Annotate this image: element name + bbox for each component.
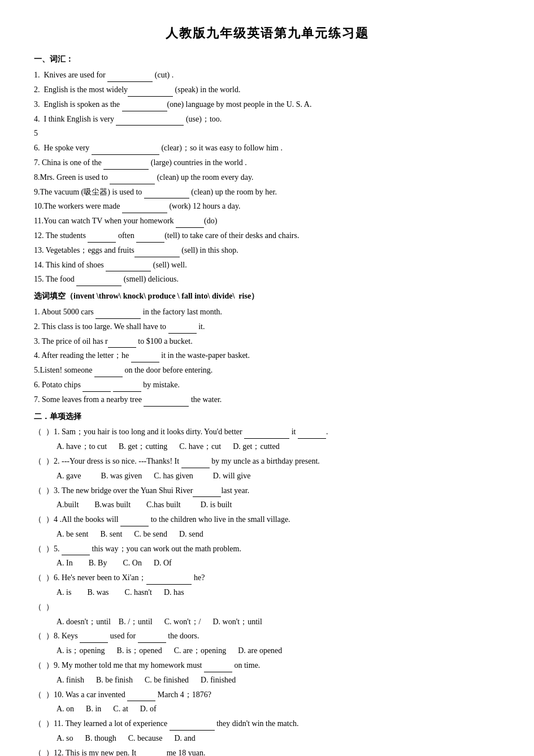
page-title: 人教版九年级英语第九单元练习题 — [34, 23, 500, 44]
mc-q6-stem: （ ）6. He's never been to Xi'an； he? — [34, 571, 500, 585]
mc-q2-options: A. gave B. was given C. has given D. wil… — [57, 469, 500, 483]
mc-q6: （ ）6. He's never been to Xi'an； he? A. i… — [34, 571, 500, 599]
mc-q1-stem: （ ）1. Sam；you hair is too long and it lo… — [34, 425, 500, 439]
mc-q7-options: A. doesn't；until B. /；until C. won't；/ D… — [57, 615, 500, 629]
mc-q11-options: A. so B. though C. because D. and — [57, 732, 500, 745]
mc-q7-stem: （ ） — [34, 601, 500, 614]
mc-q1-options: A. have；to cut B. get；cutting C. have；cu… — [57, 440, 500, 453]
mc-q12-stem: （ ）12. This is my new pen. It me 18 yuan… — [34, 746, 500, 756]
q1-8: 8.Mrs. Green is used to (clean) up the r… — [34, 171, 500, 184]
mc-q6-options: A. is B. was C. hasn't D. has — [57, 586, 500, 599]
mc-q4-options: A. be sent B. sent C. be send D. send — [57, 528, 500, 541]
q1-13: 13. Vegetables；eggs and fruits (sell) in… — [34, 244, 500, 257]
q1-9: 9.The vacuum (吸尘器) is used to (clean) up… — [34, 185, 500, 199]
q2-4: 4. After reading the letter；he it in the… — [34, 349, 500, 362]
mc-q1: （ ）1. Sam；you hair is too long and it lo… — [34, 425, 500, 453]
q1-14: 14. This kind of shoes (sell) well. — [34, 258, 500, 272]
q1-5: 5 — [34, 127, 500, 140]
q2-7: 7. Some leaves from a nearby tree the wa… — [34, 393, 500, 407]
q1-3: 3. English is spoken as the (one) langua… — [34, 98, 500, 111]
mc-q5-options: A. In B. By C. On D. Of — [57, 556, 500, 570]
mc-q8-options: A. is；opening B. is；opened C. are；openin… — [57, 644, 500, 658]
q1-12: 12. The students often (tell) to take ca… — [34, 229, 500, 243]
mc-q11-stem: （ ）11. They learned a lot of experience … — [34, 717, 500, 731]
q2-1: 1. About 5000 cars in the factory last m… — [34, 305, 500, 319]
mc-q4: （ ）4 .All the books will to the children… — [34, 513, 500, 541]
q2-2: 2. This class is too large. We shall hav… — [34, 320, 500, 334]
section3-title: 二．单项选择 — [34, 410, 500, 424]
mc-q5: （ ）5. this way；you can work out the math… — [34, 542, 500, 571]
mc-q12: （ ）12. This is my new pen. It me 18 yuan… — [34, 746, 500, 756]
mc-q8-stem: （ ）8. Keys used for the doors. — [34, 629, 500, 643]
section2: 选词填空（invent \throw\ knock\ produce \ fal… — [34, 290, 500, 406]
mc-q2-stem: （ ）2. ---Your dress is so nice. ---Thank… — [34, 455, 500, 468]
mc-q5-stem: （ ）5. this way；you can work out the math… — [34, 542, 500, 556]
mc-q9-options: A. finish B. be finish C. be finished D.… — [57, 673, 500, 687]
q1-2: 2. English is the most widely (speak) in… — [34, 83, 500, 97]
mc-q8: （ ）8. Keys used for the doors. A. is；ope… — [34, 629, 500, 658]
q2-6: 6. Potato chips by mistake. — [34, 378, 500, 392]
section3: 二．单项选择 （ ）1. Sam；you hair is too long an… — [34, 410, 500, 756]
q1-1: 1. Knives are used for (cut) . — [34, 68, 500, 82]
mc-q4-stem: （ ）4 .All the books will to the children… — [34, 513, 500, 526]
q1-11: 11.You can watch TV when your homework (… — [34, 214, 500, 228]
section1-title: 一、词汇： — [34, 53, 500, 66]
q1-15: 15. The food (smell) delicious. — [34, 273, 500, 286]
q1-6: 6. He spoke very (clear)；so it was easy … — [34, 141, 500, 155]
mc-q3: （ ）3. The new bridge over the Yuan Shui … — [34, 484, 500, 512]
mc-q3-stem: （ ）3. The new bridge over the Yuan Shui … — [34, 484, 500, 498]
mc-q3-options: A.built B.was built C.has built D. is bu… — [57, 498, 500, 512]
section1: 一、词汇： 1. Knives are used for (cut) . 2. … — [34, 53, 500, 286]
mc-q9: （ ）9. My mother told me that my homework… — [34, 659, 500, 687]
q1-4: 4. I think English is very (use)；too. — [34, 113, 500, 126]
q1-10: 10.The workers were made (work) 12 hours… — [34, 200, 500, 213]
mc-q10: （ ）10. Was a car invented March 4；1876? … — [34, 688, 500, 716]
q2-3: 3. The price of oil has r to $100 a buck… — [34, 335, 500, 348]
mc-q9-stem: （ ）9. My mother told me that my homework… — [34, 659, 500, 672]
section2-title: 选词填空（invent \throw\ knock\ produce \ fal… — [34, 290, 500, 303]
mc-q7: （ ） A. doesn't；until B. /；until C. won't… — [34, 601, 500, 629]
mc-q10-options: A. on B. in C. at D. of — [57, 702, 500, 716]
mc-q10-stem: （ ）10. Was a car invented March 4；1876? — [34, 688, 500, 702]
q1-7: 7. China is one of the (large) countries… — [34, 156, 500, 170]
q2-5: 5.Listen! someone on the door before ent… — [34, 364, 500, 377]
mc-q2: （ ）2. ---Your dress is so nice. ---Thank… — [34, 455, 500, 483]
mc-q11: （ ）11. They learned a lot of experience … — [34, 717, 500, 745]
